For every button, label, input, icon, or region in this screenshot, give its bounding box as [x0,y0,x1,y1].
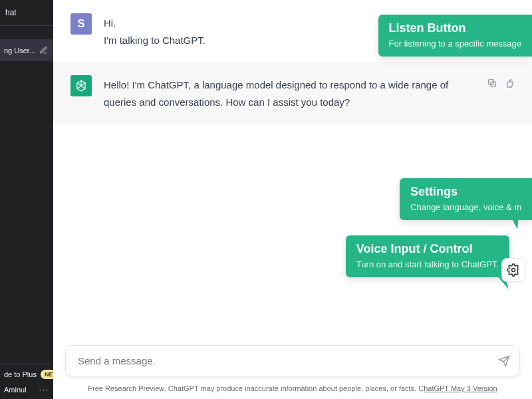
callout-listen-sub: For listening to a specific message [389,39,521,49]
callout-voice-title: Voice Input / Control [356,242,499,257]
svg-point-2 [512,269,515,272]
user-initial: S [78,18,85,30]
settings-button[interactable] [501,258,525,282]
disclaimer-text: Free Research Preview. ChatGPT may produ… [88,384,424,392]
callout-settings-title: Settings [410,185,521,200]
upgrade-button[interactable]: de to Plus NEW [4,370,49,379]
conversation-title: ng User... [4,47,35,55]
copy-icon[interactable] [487,78,497,88]
message-input-placeholder: Send a message. [78,355,156,366]
new-chat-label: hat [5,8,17,17]
callout-voice-sub: Turn on and start talking to ChatGPT. [356,259,499,269]
assistant-message-body: Hello! I'm ChatGPT, a language model des… [104,75,475,110]
sidebar-footer: de to Plus NEW Aminul ··· [0,364,53,399]
account-menu[interactable]: Aminul ··· [4,386,49,394]
main-panel: S Hi. I'm talking to ChatGPT. Hello! I'm… [53,0,532,399]
edit-icon[interactable] [39,46,48,55]
callout-listen: Listen Button For listening to a specifi… [378,15,532,57]
assistant-avatar [70,75,92,96]
assistant-message: Hello! I'm ChatGPT, a language model des… [53,62,532,124]
callout-voice: Voice Input / Control Turn on and start … [346,235,509,277]
account-label: Aminul [4,386,27,394]
gear-icon [507,263,520,277]
sidebar: hat ng User... de to Plus NEW Aminul ··· [0,0,53,399]
send-icon[interactable] [498,355,510,367]
version-link[interactable]: hatGPT May 3 Version [424,384,497,392]
openai-logo-icon [74,78,88,93]
chat-history: ng User... [0,26,53,364]
upgrade-label: de to Plus [4,370,37,378]
message-actions [487,75,515,110]
more-icon[interactable]: ··· [39,386,49,394]
user-avatar: S [70,13,92,35]
callout-settings: Settings Change language, voice & m [400,178,532,220]
new-chat-button[interactable]: hat [0,0,53,26]
callout-listen-title: Listen Button [389,21,521,36]
new-badge: NEW [41,370,53,379]
disclaimer: Free Research Preview. ChatGPT may produ… [53,380,532,399]
callout-settings-sub: Change language, voice & m [410,202,521,212]
composer-area: Send a message. [53,338,532,380]
message-input[interactable]: Send a message. [65,345,520,376]
thumbs-up-icon[interactable] [504,78,515,88]
conversation-item[interactable]: ng User... [0,39,53,61]
